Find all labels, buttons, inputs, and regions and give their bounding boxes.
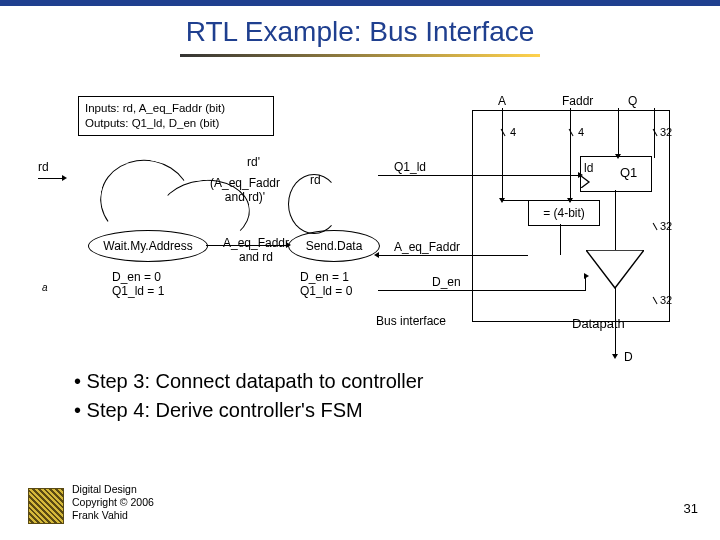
port-Q: Q bbox=[628, 94, 637, 108]
alpha-annot: a bbox=[42, 282, 48, 293]
step-bullets: Step 3: Connect datapath to controller S… bbox=[34, 370, 423, 428]
logo-icon bbox=[28, 488, 64, 524]
state-wait-label: Wait.My.Address bbox=[103, 239, 192, 253]
tick-A-lbl: 4 bbox=[510, 126, 516, 138]
page-number: 31 bbox=[684, 501, 698, 516]
footer: Digital Design Copyright © 2006 Frank Va… bbox=[72, 483, 154, 522]
port-D: D bbox=[624, 350, 633, 364]
A-to-cmp bbox=[502, 200, 528, 201]
rd-loop-label: rd bbox=[310, 173, 321, 187]
port-Faddr: Faddr bbox=[562, 94, 593, 108]
A-wire bbox=[502, 108, 503, 200]
bullet-step4: Step 4: Derive controller's FSM bbox=[74, 399, 423, 422]
Q-top-join bbox=[618, 110, 654, 111]
footer-l1: Digital Design bbox=[72, 483, 154, 496]
s2-a2: Q1_ld = 0 bbox=[300, 284, 352, 298]
q1-ld-label: ld bbox=[584, 161, 593, 175]
s1-a1: D_en = 0 bbox=[112, 270, 164, 284]
tristate-buffer-icon bbox=[586, 250, 644, 290]
tick-Q-lbl: 32 bbox=[660, 126, 672, 138]
bus-interface-label: Bus interface bbox=[376, 314, 446, 328]
aeqf-label: A_eq_Faddr bbox=[394, 240, 460, 254]
aeq-trans-label: A_eq_Faddr and rd bbox=[216, 236, 296, 264]
rd-arrow-head bbox=[62, 175, 67, 181]
state1-actions: D_en = 0 Q1_ld = 1 bbox=[112, 270, 164, 298]
tick-32c-lbl: 32 bbox=[660, 294, 672, 306]
D-arrowhead bbox=[612, 354, 618, 359]
bullet-step3: Step 3: Connect datapath to controller bbox=[74, 370, 423, 393]
Faddr-wire bbox=[570, 108, 571, 200]
tick-F-lbl: 4 bbox=[578, 126, 584, 138]
aeq-prime-label: (A_eq_Faddr and rd)' bbox=[205, 176, 285, 204]
q1ld-label: Q1_ld bbox=[394, 160, 426, 174]
state-send: Send.Data bbox=[288, 230, 380, 262]
clock-icon bbox=[581, 176, 591, 188]
rdprime-label: rd' bbox=[247, 155, 260, 169]
aeqf-arrow bbox=[374, 252, 379, 258]
page-title: RTL Example: Bus Interface bbox=[0, 16, 720, 48]
q1-out-wire bbox=[615, 190, 616, 250]
svg-marker-0 bbox=[586, 250, 644, 288]
title-bar bbox=[0, 0, 720, 6]
comparator: = (4-bit) bbox=[528, 200, 600, 226]
rd-label: rd bbox=[38, 160, 49, 174]
datapath-label: Datapath bbox=[572, 316, 625, 331]
Q-wire bbox=[618, 108, 619, 156]
s1-a2: Q1_ld = 1 bbox=[112, 284, 164, 298]
q1-label: Q1 bbox=[620, 165, 637, 180]
title-underline bbox=[180, 54, 540, 57]
tick-32b-lbl: 32 bbox=[660, 220, 672, 232]
s2-a1: D_en = 1 bbox=[300, 270, 352, 284]
den-label: D_en bbox=[432, 275, 461, 289]
footer-l2: Copyright © 2006 bbox=[72, 496, 154, 509]
rd-arrow-line bbox=[38, 178, 62, 179]
cmp-label: = (4-bit) bbox=[543, 206, 585, 220]
Q-outer-wire bbox=[654, 108, 655, 158]
state-send-label: Send.Data bbox=[306, 239, 363, 253]
fsm-outputs: Outputs: Q1_ld, D_en (bit) bbox=[85, 116, 267, 131]
port-A: A bbox=[498, 94, 506, 108]
state2-actions: D_en = 1 Q1_ld = 0 bbox=[300, 270, 352, 298]
fsm-io-box: Inputs: rd, A_eq_Faddr (bit) Outputs: Q1… bbox=[78, 96, 274, 136]
fsm-inputs: Inputs: rd, A_eq_Faddr (bit) bbox=[85, 101, 267, 116]
footer-l3: Frank Vahid bbox=[72, 509, 154, 522]
slide: RTL Example: Bus Interface Inputs: rd, A… bbox=[0, 0, 720, 540]
state-wait: Wait.My.Address bbox=[88, 230, 208, 262]
